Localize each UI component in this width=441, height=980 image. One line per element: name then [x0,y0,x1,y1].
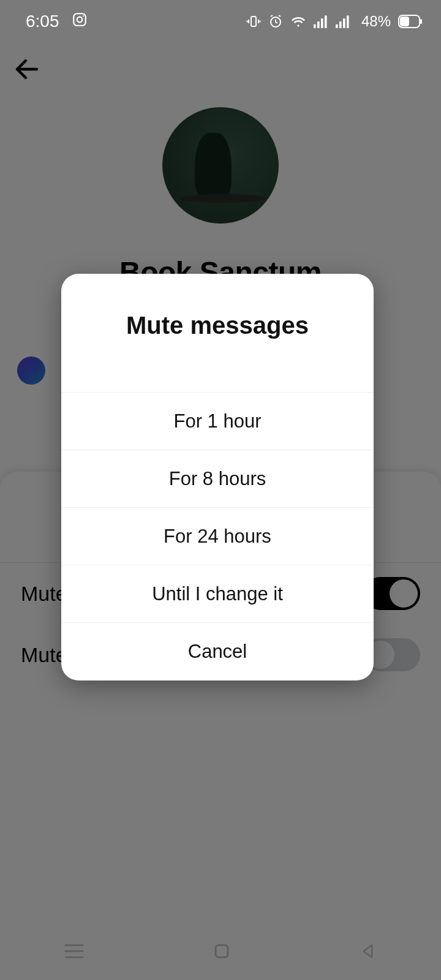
svg-line-11 [279,15,281,17]
home-icon[interactable] [213,942,231,963]
svg-rect-15 [325,15,327,28]
svg-rect-18 [343,18,345,28]
alarm-icon [268,14,283,29]
svg-line-10 [271,15,273,17]
dialog-title: Mute messages [61,274,374,393]
status-time: 6:05 [26,12,59,31]
svg-marker-27 [363,945,372,957]
svg-rect-14 [321,18,323,28]
vibrate-icon [246,14,261,29]
status-bar: 6:05 48% [0,0,441,43]
navigation-bar [0,925,441,980]
svg-rect-4 [251,17,256,26]
svg-rect-22 [420,19,422,24]
mute-option-24-hours[interactable]: For 24 hours [61,508,374,565]
recents-icon[interactable] [64,943,85,962]
instagram-icon [72,12,88,32]
svg-rect-12 [314,24,316,28]
signal-icon-1 [314,15,328,28]
svg-rect-16 [336,24,338,28]
svg-point-3 [82,15,83,16]
mute-messages-dialog: Mute messages For 1 hour For 8 hours For… [61,274,374,680]
wifi-icon [290,14,306,29]
mute-option-1-hour[interactable]: For 1 hour [61,393,374,450]
svg-rect-21 [400,17,409,26]
status-bar-left: 6:05 [26,12,88,32]
svg-rect-19 [347,15,349,28]
svg-rect-13 [317,21,320,28]
svg-rect-1 [74,13,86,26]
svg-rect-26 [216,945,228,957]
battery-icon [398,15,423,28]
svg-point-2 [77,17,82,22]
battery-percent: 48% [361,13,391,30]
svg-rect-17 [339,21,342,28]
mute-option-until-change[interactable]: Until I change it [61,565,374,623]
mute-option-8-hours[interactable]: For 8 hours [61,450,374,508]
cancel-button[interactable]: Cancel [61,623,374,680]
status-bar-right: 48% [246,13,423,30]
back-nav-icon[interactable] [359,942,377,963]
signal-icon-2 [336,15,350,28]
